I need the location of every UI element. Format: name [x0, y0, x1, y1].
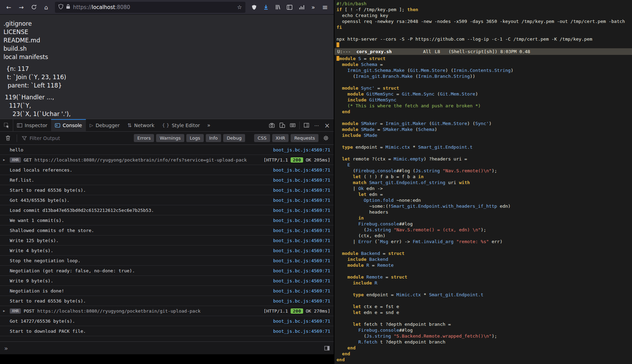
- console-network-row[interactable]: ▶XHRPOSThttps://localhost:8080//ryugyong…: [0, 306, 334, 316]
- close-devtools-icon[interactable]: ×: [322, 120, 332, 131]
- tab-style-editor[interactable]: { } Style Editor: [158, 119, 204, 131]
- page-file-link[interactable]: .gitignore: [3, 19, 334, 28]
- console-log-row[interactable]: Ref.list.boot_js.bc.js:4569:71: [0, 175, 334, 185]
- page-file-link[interactable]: README.md: [3, 36, 334, 44]
- console-log-row[interactable]: Negotiation is done!boot_js.bc.js:4569:7…: [0, 286, 334, 296]
- split-pane-icon[interactable]: [301, 120, 311, 131]
- reload-button[interactable]: [28, 2, 40, 13]
- filter-button-logs[interactable]: Logs: [186, 134, 204, 142]
- console-input-row[interactable]: »: [0, 341, 334, 354]
- tab-inspector[interactable]: Inspector: [13, 119, 51, 131]
- filter-button-debug[interactable]: Debug: [223, 134, 245, 142]
- tab-network[interactable]: ⇅ Network: [123, 119, 158, 131]
- clear-console-trash-icon[interactable]: [3, 133, 13, 143]
- stats-bars-icon[interactable]: [295, 2, 307, 13]
- screenshot-camera-icon[interactable]: [267, 120, 277, 131]
- home-button[interactable]: ⌂: [40, 2, 52, 13]
- more-tabs-button[interactable]: »: [204, 119, 214, 131]
- console-settings-gear-icon[interactable]: [321, 133, 331, 143]
- source-link[interactable]: boot_js.bc.js:4569:71: [273, 177, 330, 183]
- category-filter-buttons: CSSXHRRequests: [254, 134, 318, 142]
- source-link[interactable]: boot_js.bc.js:4569:71: [273, 329, 330, 334]
- ocaml-code-buffer[interactable]: module S = struct module Schema = Irmin_…: [334, 55, 632, 364]
- page-file-link[interactable]: build.sh: [3, 44, 334, 53]
- source-link[interactable]: boot_js.bc.js:4569:71: [273, 188, 330, 193]
- request-url[interactable]: https://localhost:8080//ryugyong/pocketb…: [34, 157, 246, 163]
- console-log-row[interactable]: Shallowed commits of the store.boot_js.b…: [0, 225, 334, 235]
- console-log-row[interactable]: Stop the negotiation loop.boot_js.bc.js:…: [0, 256, 334, 266]
- url-bar[interactable]: https://localhost:8080 ☆: [55, 2, 245, 13]
- lock-icon[interactable]: [66, 4, 70, 10]
- console-log-row[interactable]: Load locals references.boot_js.bc.js:456…: [0, 165, 334, 175]
- console-log-row[interactable]: Write 4 byte(s).boot_js.bc.js:4569:71: [0, 246, 334, 256]
- toolbar-overflow-icon[interactable]: »: [307, 2, 319, 13]
- console-network-row[interactable]: ▶XHRGEThttps://localhost:8080//ryugyong/…: [0, 155, 334, 165]
- hamburger-menu-icon[interactable]: ≡: [319, 2, 331, 13]
- source-link[interactable]: boot_js.bc.js:4569:71: [273, 147, 330, 152]
- page-file-link[interactable]: local manifests: [3, 53, 334, 61]
- source-link[interactable]: boot_js.bc.js:4569:71: [273, 318, 330, 324]
- source-link[interactable]: boot_js.bc.js:4569:71: [273, 258, 330, 263]
- source-link[interactable]: boot_js.bc.js:4569:71: [273, 238, 330, 243]
- filter-button-xhr[interactable]: XHR: [272, 134, 289, 142]
- console-log-row[interactable]: Got 443/65536 byte(s).boot_js.bc.js:4569…: [0, 195, 334, 205]
- forward-button[interactable]: →: [15, 2, 27, 13]
- console-log-row[interactable]: Write 125 byte(s).boot_js.bc.js:4569:71: [0, 235, 334, 246]
- request-url[interactable]: https://localhost:8080//ryugyong/pocketb…: [37, 308, 201, 314]
- tab-console[interactable]: Console: [51, 119, 86, 131]
- pick-element-icon[interactable]: [0, 119, 13, 131]
- filter-button-errors[interactable]: Errors: [134, 134, 154, 142]
- console-log-row[interactable]: helloboot_js.bc.js:4569:71: [0, 145, 334, 155]
- source-link[interactable]: boot_js.bc.js:4569:71: [273, 198, 330, 203]
- console-log-row[interactable]: We want 1 commit(s).boot_js.bc.js:4569:7…: [0, 215, 334, 225]
- bookmark-star-icon[interactable]: ☆: [237, 4, 242, 10]
- back-button[interactable]: ←: [3, 2, 15, 13]
- devtools-panel: Inspector Console ▷ Debugger ⇅ Network {…: [0, 119, 334, 354]
- source-link[interactable]: boot_js.bc.js:4569:71: [273, 248, 330, 253]
- page-file-link[interactable]: LICENSE: [3, 28, 334, 36]
- filter-button-css[interactable]: CSS: [254, 134, 270, 142]
- tracking-shield-icon[interactable]: [58, 4, 63, 11]
- console-log-row[interactable]: Write 9 byte(s).boot_js.bc.js:4569:71: [0, 276, 334, 286]
- filter-button-requests[interactable]: Requests: [291, 134, 318, 142]
- filter-button-info[interactable]: Info: [206, 134, 221, 142]
- expand-arrow-icon[interactable]: ▶: [3, 309, 5, 313]
- console-filter-input[interactable]: [30, 135, 132, 141]
- code-line: type endpoint = Mimic.ctx * Smart_git.En…: [337, 292, 632, 298]
- code-line: module Sync' = struct: [337, 85, 632, 91]
- code-line: [337, 286, 632, 292]
- tab-debugger[interactable]: ▷ Debugger: [86, 119, 123, 131]
- console-log-row[interactable]: Start to read 65536 byte(s).boot_js.bc.j…: [0, 185, 334, 195]
- console-log-row[interactable]: Got 14727/65536 byte(s).boot_js.bc.js:45…: [0, 316, 334, 326]
- shell-script-buffer[interactable]: #!/bin/bashif [ ! -f /tmp/key.pem ]; the…: [334, 0, 632, 48]
- split-console-icon[interactable]: [324, 346, 330, 350]
- source-link[interactable]: boot_js.bc.js:4569:71: [273, 268, 330, 273]
- expand-arrow-icon[interactable]: ▶: [3, 158, 5, 162]
- sidebar-icon[interactable]: [284, 2, 295, 13]
- downloads-icon[interactable]: [260, 2, 272, 13]
- source-link[interactable]: boot_js.bc.js:4569:71: [273, 218, 330, 223]
- meatball-menu-icon[interactable]: ⋯: [311, 120, 322, 131]
- console-log-row[interactable]: Start to download PACK file.boot_js.bc.j…: [0, 326, 334, 336]
- source-link[interactable]: boot_js.bc.js:4569:71: [273, 228, 330, 233]
- shield-extension-icon[interactable]: [248, 2, 260, 13]
- code-line: [337, 315, 632, 321]
- keyboard-icon[interactable]: [287, 120, 298, 131]
- page-content: .gitignoreLICENSEREADME.mdbuild.shlocal …: [0, 15, 334, 119]
- log-message: Got 443/65536 byte(s).: [10, 198, 70, 203]
- source-link[interactable]: boot_js.bc.js:4569:71: [273, 167, 330, 173]
- filter-button-warnings[interactable]: Warnings: [156, 134, 184, 142]
- console-log-row[interactable]: Negotiation (got ready: false, no-done: …: [0, 266, 334, 276]
- console-log-row[interactable]: Load commit d13ba47e653bd0d2c6152212612c…: [0, 205, 334, 215]
- code-line: module Remote = struct: [337, 274, 632, 280]
- source-link[interactable]: boot_js.bc.js:4569:71: [273, 208, 330, 213]
- responsive-design-icon[interactable]: [277, 120, 287, 131]
- source-link[interactable]: boot_js.bc.js:4569:71: [273, 278, 330, 283]
- log-message: Shallowed commits of the store.: [10, 228, 94, 233]
- code-line: module R = Remote: [337, 262, 632, 268]
- emacs-window: #!/bin/bashif [ ! -f /tmp/key.pem ]; the…: [334, 0, 632, 364]
- library-icon[interactable]: [272, 2, 284, 13]
- source-link[interactable]: boot_js.bc.js:4569:71: [273, 298, 330, 304]
- source-link[interactable]: boot_js.bc.js:4569:71: [273, 288, 330, 293]
- console-log-row[interactable]: Start to read 65536 byte(s).boot_js.bc.j…: [0, 296, 334, 306]
